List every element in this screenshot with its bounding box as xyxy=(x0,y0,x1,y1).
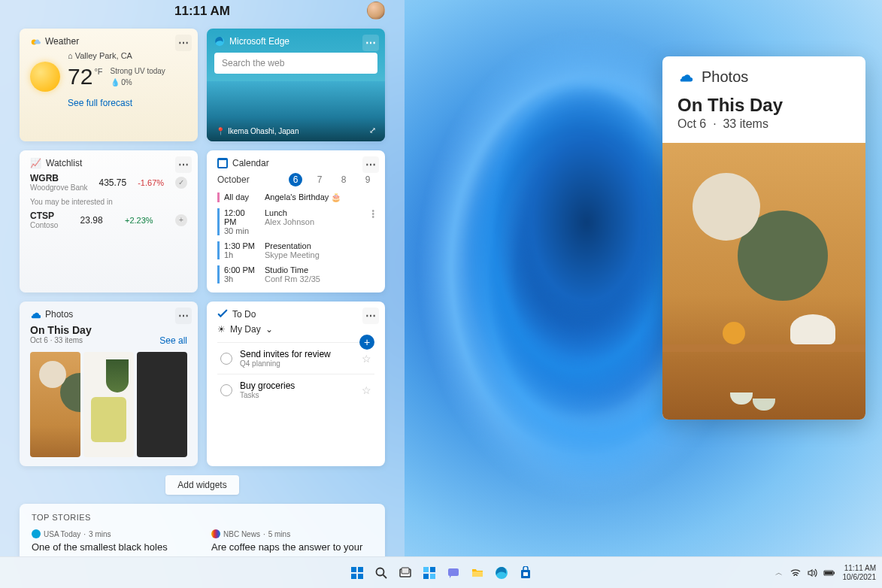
source-icon xyxy=(211,529,220,538)
weather-title: Weather xyxy=(45,36,79,47)
calendar-date[interactable]: 9 xyxy=(361,173,374,186)
top-stories-widget[interactable]: TOP STORIES USA Today · 3 mins One of th… xyxy=(20,504,385,556)
watchlist-widget[interactable]: 📈 Watchlist WGRB Woodgrove Bank 435.75 -… xyxy=(20,150,198,292)
photos-flyout[interactable]: Photos On This Day Oct 6 · 33 items xyxy=(662,56,865,420)
widgets-button[interactable] xyxy=(420,563,439,583)
todo-checkbox[interactable] xyxy=(220,384,232,396)
chat-button[interactable] xyxy=(444,563,463,583)
story-title: One of the smallest black holes xyxy=(32,541,193,553)
calendar-more-button[interactable] xyxy=(362,156,379,173)
svg-line-7 xyxy=(383,574,386,578)
search-button[interactable] xyxy=(371,563,391,583)
weather-more-button[interactable] xyxy=(175,35,192,51)
svg-rect-15 xyxy=(472,571,483,577)
todo-checkbox[interactable] xyxy=(220,353,232,365)
calendar-date[interactable]: 8 xyxy=(337,173,350,186)
photo-thumbnail[interactable] xyxy=(30,352,80,457)
calendar-event[interactable]: All dayAngela's Birthday 🎂 xyxy=(217,192,374,202)
expand-icon[interactable]: ⤢ xyxy=(369,126,376,135)
svg-rect-20 xyxy=(825,571,832,574)
svg-rect-13 xyxy=(430,574,435,579)
start-button[interactable] xyxy=(347,563,367,583)
edge-background-image: 📍Ikema Ohashi, Japan ⤢ xyxy=(207,81,385,141)
chevron-down-icon: ⌄ xyxy=(265,324,273,335)
stock-symbol: WGRB xyxy=(30,173,88,183)
stock-symbol: CTSP xyxy=(30,211,58,221)
calendar-date[interactable]: 6 xyxy=(289,173,302,186)
weather-precip: 0% xyxy=(121,78,132,86)
photo-thumbnail[interactable] xyxy=(83,352,134,457)
watchlist-row[interactable]: CTSP Contoso 23.98 +2.23% + xyxy=(30,211,187,229)
star-icon[interactable]: ☆ xyxy=(362,353,371,365)
calendar-icon xyxy=(217,158,228,168)
photos-more-button[interactable] xyxy=(175,308,192,324)
todo-list-selector[interactable]: ☀ My Day ⌄ xyxy=(217,324,374,335)
todo-item[interactable]: Buy groceriesTasks☆ xyxy=(217,374,374,405)
flyout-app-title: Photos xyxy=(702,68,748,86)
svg-rect-9 xyxy=(402,568,409,574)
stories-heading: TOP STORIES xyxy=(32,513,373,522)
add-icon[interactable]: + xyxy=(175,214,187,226)
watchlist-more-button[interactable] xyxy=(175,156,192,173)
weather-widget[interactable]: Weather Valley Park, CA 72 °F Strong UV … xyxy=(20,29,198,141)
svg-rect-4 xyxy=(351,574,356,579)
svg-rect-14 xyxy=(448,568,459,576)
weather-icon xyxy=(30,36,41,47)
user-avatar[interactable] xyxy=(367,2,385,20)
calendar-event[interactable]: 6:00 PM3hStudio TimeConf Rm 32/35 xyxy=(217,265,374,283)
calendar-date-strip: 6 7 8 9 xyxy=(289,173,374,186)
onedrive-icon xyxy=(30,309,41,320)
sun-outline-icon: ☀ xyxy=(217,324,226,335)
store-button[interactable] xyxy=(516,563,535,583)
location-pin-icon: 📍 xyxy=(216,127,225,135)
svg-rect-10 xyxy=(423,567,429,572)
edge-taskbar-button[interactable] xyxy=(492,563,511,583)
see-forecast-link[interactable]: See full forecast xyxy=(68,98,132,108)
task-view-button[interactable] xyxy=(396,563,415,583)
check-icon[interactable]: ✓ xyxy=(175,177,187,189)
stock-name: Contoso xyxy=(30,221,58,229)
photos-widget[interactable]: Photos On This Day Oct 6 · 33 items See … xyxy=(20,302,198,466)
watchlist-title: Watchlist xyxy=(46,158,82,168)
wifi-icon[interactable] xyxy=(790,568,801,578)
see-all-link[interactable]: See all xyxy=(159,335,187,346)
edge-widget[interactable]: Microsoft Edge Search the web 📍Ikema Oha… xyxy=(207,29,385,141)
battery-icon[interactable] xyxy=(823,568,835,578)
calendar-event[interactable]: 1:30 PM1hPresentationSkype Meeting xyxy=(217,241,374,259)
onedrive-icon xyxy=(677,69,694,86)
photo-thumbnail[interactable] xyxy=(137,352,187,457)
calendar-widget[interactable]: Calendar October 6 7 8 9 All dayAngela's… xyxy=(207,150,385,292)
edge-more-button[interactable] xyxy=(362,35,379,51)
story-title: Are coffee naps the answer to your xyxy=(211,541,373,553)
temp-unit: °F xyxy=(94,67,102,76)
watchlist-row[interactable]: WGRB Woodgrove Bank 435.75 -1.67% ✓ xyxy=(30,173,187,192)
sun-icon xyxy=(30,62,60,92)
calendar-month[interactable]: October xyxy=(217,174,250,185)
tray-chevron-icon[interactable]: ︿ xyxy=(775,568,783,578)
calendar-date[interactable]: 7 xyxy=(313,173,326,186)
edge-search-input[interactable]: Search the web xyxy=(214,53,377,74)
svg-rect-5 xyxy=(358,574,363,579)
stock-price: 435.75 xyxy=(99,177,127,188)
star-icon[interactable]: ☆ xyxy=(362,384,371,396)
photos-title: Photos xyxy=(45,309,73,320)
volume-icon[interactable] xyxy=(807,568,817,578)
svg-rect-18 xyxy=(523,572,528,576)
todo-widget[interactable]: To Do ☀ My Day ⌄ + Send invites for revi… xyxy=(207,302,385,466)
flyout-photo[interactable] xyxy=(662,143,865,420)
svg-rect-2 xyxy=(351,567,356,572)
todo-icon xyxy=(217,309,228,320)
todo-item[interactable]: Send invites for reviewQ4 planning☆ xyxy=(217,342,374,374)
todo-more-button[interactable] xyxy=(362,308,379,324)
add-task-button[interactable]: + xyxy=(359,335,374,350)
story-item[interactable]: NBC News · 5 mins Are coffee naps the an… xyxy=(211,529,373,553)
svg-rect-12 xyxy=(423,574,429,579)
todo-title: To Do xyxy=(232,309,256,320)
calendar-event[interactable]: 12:00 PM30 minLunchAlex Johnson••• xyxy=(217,208,374,235)
story-item[interactable]: USA Today · 3 mins One of the smallest b… xyxy=(32,529,193,553)
file-explorer-button[interactable] xyxy=(468,563,487,583)
calendar-title: Calendar xyxy=(232,158,269,168)
add-widgets-button[interactable]: Add widgets xyxy=(165,475,238,495)
taskbar-clock[interactable]: 11:11 AM 10/6/2021 xyxy=(843,564,877,582)
svg-rect-11 xyxy=(430,567,435,572)
